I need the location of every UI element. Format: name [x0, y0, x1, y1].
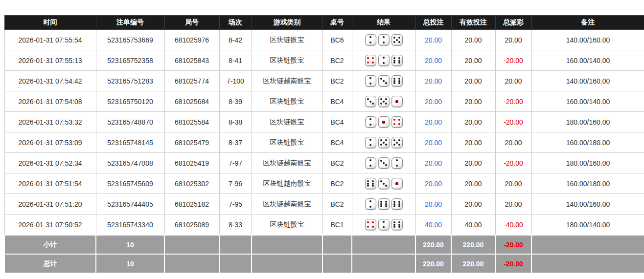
cell-total-bet-link[interactable]: 20.00: [415, 71, 451, 91]
col-header-total-bet: 总投注: [415, 16, 451, 30]
summary-empty-cell: [164, 254, 219, 273]
cell-game-type: 区块链越南骰宝: [252, 71, 322, 91]
col-header-bet-id: 注单编号: [96, 16, 164, 30]
cell-round-id: 681025089: [164, 215, 219, 236]
cell-total-bet-link[interactable]: 20.00: [415, 153, 451, 173]
cell-bet-id: 523165747008: [96, 153, 164, 173]
dice-6-icon: [391, 198, 403, 210]
dice-1-icon: [378, 116, 390, 128]
dice-5-icon: [391, 34, 403, 45]
cell-time: 2026-01-31 07:55:13: [4, 50, 96, 71]
cell-session: 7-97: [219, 153, 252, 173]
cell-table-no: BC2: [322, 50, 352, 71]
cell-payout: -40.00: [495, 215, 531, 236]
cell-time: 2026-01-31 07:52:34: [4, 153, 96, 173]
cell-bet-id: 523165748870: [96, 112, 164, 132]
dice-2-icon: [365, 157, 376, 169]
table-row: 2026-01-31 07:52:34 523165747008 6810254…: [4, 153, 644, 173]
cell-bet-id: 523165744405: [96, 194, 164, 215]
cell-game-type: 区块链骰宝: [252, 50, 322, 71]
cell-total-bet-link[interactable]: 20.00: [415, 112, 451, 132]
table-row: 2026-01-31 07:54:42 523165751283 6810257…: [4, 71, 644, 91]
col-header-valid-bet: 有效投注: [451, 16, 495, 30]
cell-time: 2026-01-31 07:50:52: [4, 215, 96, 236]
cell-payout: 20.00: [495, 132, 531, 153]
cell-game-type: 区块链骰宝: [252, 215, 322, 236]
cell-remark: 180.00/140.00: [531, 215, 644, 236]
cell-game-type: 区块链骰宝: [252, 91, 322, 112]
dice-1-icon: [391, 178, 403, 189]
dice-2-icon: [365, 137, 376, 148]
dice-2-icon: [365, 34, 376, 45]
cell-total-bet-link[interactable]: 20.00: [415, 91, 451, 112]
dice-6-icon: [378, 198, 390, 210]
cell-table-no: BC2: [322, 71, 352, 91]
cell-result-dice: [352, 71, 415, 91]
dice-6-icon: [391, 75, 403, 86]
col-header-game-type: 游戏类别: [252, 16, 322, 30]
cell-result-dice: [352, 30, 415, 50]
cell-table-no: BC4: [322, 112, 352, 132]
cell-total-bet-link[interactable]: 20.00: [415, 30, 451, 50]
cell-time: 2026-01-31 07:51:54: [4, 173, 96, 194]
dice-2-icon: [391, 157, 403, 169]
cell-table-no: BC2: [322, 173, 352, 194]
cell-total-bet-link[interactable]: 20.00: [415, 50, 451, 71]
cell-round-id: 681025182: [164, 194, 219, 215]
dice-5-icon: [378, 96, 390, 107]
cell-remark: 160.00/140.00: [531, 50, 644, 71]
dice-2-icon: [365, 75, 376, 86]
summary-empty-cell: [322, 254, 352, 273]
table-row: 2026-01-31 07:51:54 523165745609 6810253…: [4, 173, 644, 194]
cell-round-id: 681025584: [164, 112, 219, 132]
summary-empty-cell: [322, 235, 352, 254]
cell-game-type: 区块链骰宝: [252, 30, 322, 50]
cell-payout: -20.00: [495, 50, 531, 71]
summary-payout: -20.00: [495, 254, 531, 273]
table-footer: 小计 10 220.00 220.00 -20.00 总计 10 220.00 …: [4, 235, 644, 273]
cell-bet-id: 523165748145: [96, 132, 164, 153]
cell-valid-bet: 20.00: [451, 194, 495, 215]
cell-remark: 160.00/140.00: [531, 91, 644, 112]
cell-game-type: 区块链骰宝: [252, 112, 322, 132]
cell-payout: 20.00: [495, 173, 531, 194]
cell-round-id: 681025774: [164, 71, 219, 91]
summary-empty-cell: [219, 235, 252, 254]
cell-payout: 20.00: [495, 30, 531, 50]
cell-valid-bet: 20.00: [451, 153, 495, 173]
dice-6-icon: [391, 55, 403, 66]
cell-total-bet-link[interactable]: 40.00: [415, 215, 451, 236]
cell-total-bet-link[interactable]: 20.00: [415, 132, 451, 153]
dice-4-icon: [365, 55, 376, 66]
summary-label: 小计: [4, 235, 96, 254]
cell-remark: 160.00/180.00: [531, 132, 644, 153]
cell-session: 8-38: [219, 112, 252, 132]
table-row: 2026-01-31 07:54:08 523165750120 6810256…: [4, 91, 644, 112]
cell-total-bet-link[interactable]: 20.00: [415, 194, 451, 215]
cell-total-bet-link[interactable]: 20.00: [415, 173, 451, 194]
cell-session: 8-39: [219, 91, 252, 112]
col-header-time: 时间: [4, 16, 96, 30]
col-header-remark: 备注: [531, 16, 644, 30]
summary-empty-cell: [252, 254, 322, 273]
cell-time: 2026-01-31 07:55:54: [4, 30, 96, 50]
dice-6-icon: [365, 178, 376, 189]
cell-table-no: BC6: [322, 30, 352, 50]
cell-time: 2026-01-31 07:54:42: [4, 71, 96, 91]
cell-time: 2026-01-31 07:53:32: [4, 112, 96, 132]
cell-valid-bet: 40.00: [451, 215, 495, 236]
cell-remark: 140.00/160.00: [531, 71, 644, 91]
cell-result-dice: [352, 153, 415, 173]
cell-payout: 20.00: [495, 194, 531, 215]
cell-valid-bet: 20.00: [451, 71, 495, 91]
cell-result-dice: [352, 112, 415, 132]
cell-result-dice: [352, 215, 415, 236]
col-header-round-id: 局号: [164, 16, 219, 30]
dice-3-icon: [378, 157, 390, 169]
summary-empty-cell: [352, 235, 415, 254]
summary-empty-cell: [352, 254, 415, 273]
table-row: 2026-01-31 07:55:13 523165752358 6810258…: [4, 50, 644, 71]
cell-bet-id: 523165752358: [96, 50, 164, 71]
cell-round-id: 681025684: [164, 91, 219, 112]
table-header: 时间 注单编号 局号 场次 游戏类别 桌号 结果 总投注 有效投注 总派彩 备注: [4, 16, 644, 30]
